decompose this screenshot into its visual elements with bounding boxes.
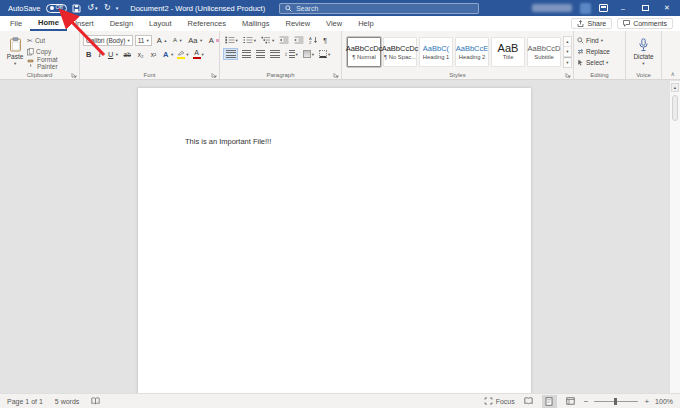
comments-label: Comments — [633, 20, 667, 27]
minimize-icon[interactable]: – — [616, 5, 630, 12]
save-icon[interactable] — [72, 4, 81, 13]
zoom-in-button[interactable]: + — [644, 397, 649, 406]
decrease-indent-button[interactable] — [278, 34, 291, 46]
shrink-font-button[interactable]: A▾ — [170, 34, 183, 46]
tab-references[interactable]: References — [180, 16, 234, 31]
style-heading1-preview: AaBbC( — [423, 44, 449, 53]
tab-file[interactable]: File — [2, 16, 30, 31]
comments-button[interactable]: Comments — [617, 18, 673, 29]
style-heading1[interactable]: AaBbC( Heading 1 — [419, 37, 453, 67]
clear-formatting-button[interactable]: A — [206, 34, 221, 46]
tab-insert[interactable]: Insert — [67, 16, 102, 31]
focus-label: Focus — [496, 398, 515, 405]
styles-scroll-up-icon[interactable]: ▴ — [564, 37, 571, 47]
print-layout-button[interactable] — [542, 395, 557, 408]
font-name-combo[interactable]: Calibri (Body) ▾ — [83, 35, 133, 46]
toggle-dot-icon — [50, 6, 54, 10]
document-text[interactable]: This is an Important File!!! — [185, 137, 271, 146]
vertical-scrollbar[interactable]: ▴ — [669, 81, 680, 393]
numbering-button[interactable]: ▾ — [241, 34, 257, 46]
dictate-button[interactable]: Dictate ▾ — [629, 33, 658, 70]
font-group-label: Font — [80, 72, 219, 78]
zoom-slider[interactable] — [594, 401, 638, 402]
avatar[interactable] — [580, 3, 591, 14]
change-case-button[interactable]: Aa▾ — [185, 34, 203, 46]
align-right-button[interactable] — [254, 48, 266, 60]
undo-button[interactable]: ↺ ▾ — [86, 2, 99, 14]
tab-home[interactable]: Home — [30, 16, 67, 31]
share-button[interactable]: Share — [571, 18, 612, 29]
sort-button[interactable]: AZ — [308, 34, 320, 46]
maximize-icon[interactable] — [638, 5, 652, 12]
zoom-level[interactable]: 100% — [655, 398, 673, 405]
italic-label: I — [97, 50, 103, 59]
tab-design[interactable]: Design — [102, 16, 141, 31]
group-clipboard: Paste ▾ ✂ Cut Copy Form — [0, 31, 80, 79]
subscript-button[interactable]: x₂ — [135, 48, 147, 60]
style-title[interactable]: AaB Title — [491, 37, 525, 67]
font-color-button[interactable]: A ▾ — [191, 48, 205, 60]
styles-scroll-down-icon[interactable]: ▾ — [564, 47, 571, 57]
increase-indent-button[interactable] — [293, 34, 306, 46]
bold-button[interactable]: B — [83, 48, 94, 60]
superscript-label: x² — [149, 51, 157, 58]
proofing-icon[interactable] — [91, 397, 100, 405]
underline-button[interactable]: U▾ — [105, 48, 120, 60]
align-left-button[interactable] — [223, 48, 238, 60]
line-spacing-button[interactable]: ↕▾ — [283, 48, 299, 60]
tab-review[interactable]: Review — [277, 16, 318, 31]
font-size-combo[interactable]: 11 ▾ — [135, 35, 152, 46]
zoom-out-button[interactable]: − — [584, 397, 589, 406]
highlight-button[interactable]: ▾ — [176, 48, 190, 60]
style-normal[interactable]: AaBbCcDc ¶ Normal — [347, 37, 381, 67]
collapse-ribbon-icon[interactable]: ∧ — [671, 70, 675, 77]
grow-font-button[interactable]: A▴ — [154, 34, 168, 46]
find-button[interactable]: Find ▾ — [577, 36, 610, 46]
clipboard-dialog-launcher-icon[interactable] — [71, 72, 77, 78]
zoom-slider-thumb[interactable] — [614, 398, 617, 405]
scroll-up-icon[interactable]: ▴ — [671, 83, 679, 92]
page-indicator[interactable]: Page 1 of 1 — [7, 398, 43, 405]
replace-button[interactable]: Replace — [577, 47, 610, 57]
search-input[interactable] — [296, 5, 456, 12]
redo-icon[interactable]: ↻ — [104, 4, 111, 12]
format-painter-button[interactable]: Format Painter — [27, 58, 76, 68]
styles-more-icon[interactable]: ▾ — [564, 57, 571, 67]
cut-button[interactable]: ✂ Cut — [27, 36, 76, 46]
superscript-button[interactable]: x² — [148, 48, 159, 60]
paragraph-dialog-launcher-icon[interactable] — [333, 72, 339, 78]
style-subtitle[interactable]: AaBbCcD Subtitle — [527, 37, 561, 67]
focus-button[interactable]: Focus — [484, 397, 515, 405]
tab-mailings[interactable]: Mailings — [234, 16, 278, 31]
read-mode-button[interactable] — [521, 395, 536, 408]
borders-button[interactable]: ▾ — [318, 48, 332, 60]
bullets-button[interactable]: ▾ — [223, 34, 239, 46]
select-button[interactable]: Select ▾ — [577, 58, 610, 68]
ribbon-display-options-icon[interactable] — [599, 4, 608, 12]
close-icon[interactable]: ✕ — [660, 4, 674, 12]
style-no-spacing[interactable]: AaBbCcDc ¶ No Spac... — [383, 37, 417, 67]
tab-view[interactable]: View — [318, 16, 350, 31]
qat-customize-icon[interactable]: ▾ — [116, 5, 119, 11]
styles-dialog-launcher-icon[interactable] — [565, 72, 571, 78]
autosave-toggle[interactable]: Off — [46, 4, 67, 13]
shading-button[interactable]: ▾ — [301, 48, 315, 60]
justify-button[interactable] — [268, 48, 281, 60]
paste-button[interactable]: Paste ▾ — [3, 37, 27, 66]
align-center-button[interactable] — [240, 48, 252, 60]
font-dialog-launcher-icon[interactable] — [211, 72, 217, 78]
italic-button[interactable]: I — [95, 48, 104, 60]
search-bar[interactable] — [279, 3, 479, 14]
tab-layout[interactable]: Layout — [141, 16, 180, 31]
show-hide-paragraph-button[interactable]: ¶ — [322, 34, 329, 46]
scrollbar-thumb[interactable] — [672, 95, 678, 121]
text-effects-button[interactable]: A▾ — [160, 48, 175, 60]
word-count[interactable]: 5 words — [55, 398, 80, 405]
tab-help[interactable]: Help — [350, 16, 381, 31]
style-heading2[interactable]: AaBbCcE Heading 2 — [455, 37, 489, 67]
subscript-label: x₂ — [136, 51, 145, 58]
document-page[interactable]: This is an Important File!!! — [138, 88, 531, 393]
web-layout-button[interactable] — [563, 395, 578, 408]
strikethrough-button[interactable]: ab — [121, 48, 134, 60]
multilevel-list-button[interactable]: ▾ — [260, 34, 276, 46]
